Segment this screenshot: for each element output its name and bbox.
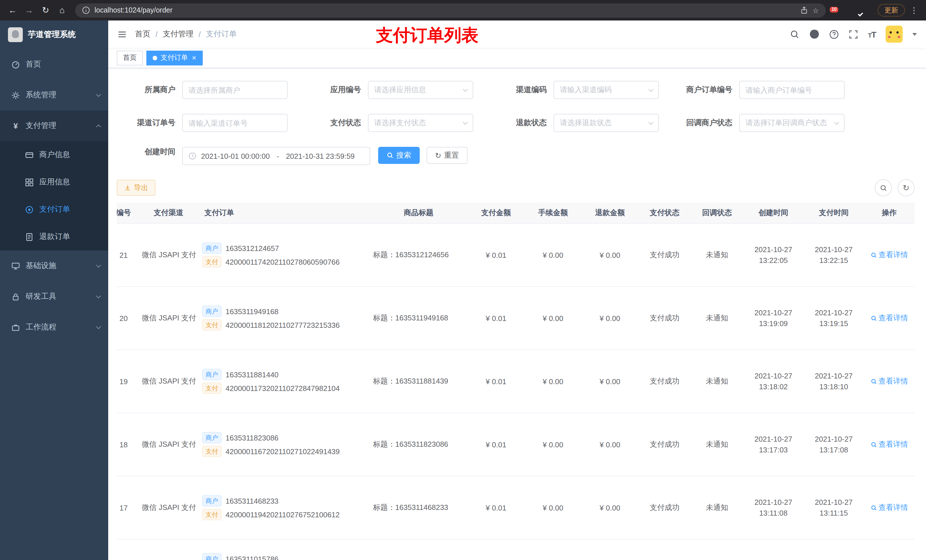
- view-detail-link[interactable]: 查看详情: [870, 250, 908, 260]
- sidebar-item-home[interactable]: 首页: [0, 49, 108, 80]
- forward-icon[interactable]: →: [22, 3, 36, 17]
- view-detail-link[interactable]: 查看详情: [870, 313, 908, 323]
- date-start: 2021-10-01 00:00:00: [201, 152, 270, 160]
- chevron-up-icon: [96, 125, 101, 130]
- back-icon[interactable]: ←: [6, 3, 20, 17]
- chevron-down-icon: [96, 92, 101, 97]
- sidebar-item-app-info[interactable]: 应用信息: [0, 169, 108, 196]
- sidebar-item-devtools[interactable]: 研发工具: [0, 281, 108, 312]
- user-avatar[interactable]: [885, 26, 903, 43]
- filter-refund-status: 退款状态 请选择退款状态: [488, 114, 674, 132]
- sidebar-menu: 首页 系统管理 ¥ 支付管理 商户信息: [0, 49, 108, 343]
- cell-channel: 微信 JSAPI 支付: [138, 250, 199, 260]
- cell-channel: 微信 JSAPI 支付: [138, 376, 199, 386]
- bookmark-star-icon[interactable]: ☆: [813, 6, 819, 15]
- search-icon[interactable]: [790, 29, 800, 39]
- help-icon[interactable]: [829, 29, 839, 39]
- chevron-down-icon: [96, 263, 101, 267]
- view-detail-link[interactable]: 查看详情: [870, 503, 908, 513]
- refund-status-select[interactable]: 请选择退款状态: [554, 114, 659, 132]
- col-pay-amount: 支付金额: [468, 208, 525, 218]
- cell-id: 17: [117, 503, 138, 512]
- sidebar-item-refund-order[interactable]: 退款订单: [0, 223, 108, 251]
- search-button[interactable]: 搜索: [378, 147, 420, 164]
- cell-pay-amount: ¥ 0.01: [468, 503, 525, 512]
- share-icon[interactable]: [800, 6, 808, 14]
- sidebar-item-infrastructure[interactable]: 基础设施: [0, 251, 108, 281]
- filter-pay-status: 支付状态 请选择支付状态: [303, 114, 488, 132]
- filter-app-no: 应用编号 请选择应用信息: [303, 81, 488, 99]
- browser-menu-icon[interactable]: ⋮: [908, 6, 920, 15]
- cell-refund-amount: ¥ 0.00: [581, 377, 639, 386]
- cell-pay-status: 支付成功: [639, 439, 691, 450]
- date-end: 2021-10-31 23:59:59: [286, 152, 354, 160]
- cell-pay-status: 支付成功: [639, 376, 691, 386]
- view-detail-link[interactable]: 查看详情: [870, 376, 908, 386]
- toggle-search-button[interactable]: [875, 179, 892, 196]
- merchant-no: 1635311468233: [225, 495, 278, 506]
- refresh-table-button[interactable]: ↻: [897, 179, 915, 196]
- github-icon[interactable]: [809, 29, 820, 39]
- date-range-input[interactable]: 2021-10-01 00:00:00 - 2021-10-31 23:59:5…: [182, 147, 370, 165]
- merchant-tag: 商户: [202, 432, 221, 443]
- app-select[interactable]: 请选择应用信息: [368, 81, 473, 99]
- app-logo[interactable]: 芋道管理系统: [0, 21, 108, 49]
- filter-label: 创建时间: [117, 147, 182, 165]
- export-button[interactable]: 导出: [117, 180, 156, 196]
- breadcrumb-home[interactable]: 首页: [135, 29, 150, 39]
- site-info-icon[interactable]: [82, 6, 90, 14]
- sidebar-item-merchant-info[interactable]: 商户信息: [0, 141, 108, 169]
- chevron-down-icon: [96, 324, 101, 329]
- browser-update-button[interactable]: 更新: [878, 4, 905, 17]
- address-bar[interactable]: localhost:1024/pay/order ☆: [75, 3, 826, 17]
- filter-row-3: 创建时间 2021-10-01 00:00:00 - 2021-10-31 23…: [117, 147, 915, 165]
- page-content: 所属商户 应用编号 请选择应用信息 渠道编码 请输入渠道编码: [108, 68, 926, 560]
- sidebar-item-label: 应用信息: [39, 177, 70, 187]
- tab-pay-order[interactable]: 支付订单 ×: [146, 50, 203, 65]
- user-menu-caret-icon[interactable]: [912, 33, 917, 36]
- cell-title: 标题：1635312124656: [369, 250, 468, 260]
- merchant-order-no-input[interactable]: [739, 81, 844, 99]
- pay-status-select[interactable]: 请选择支付状态: [368, 114, 473, 132]
- channel-order-no-input[interactable]: [182, 114, 287, 132]
- browser-chrome: ← → ↻ ⌂ localhost:1024/pay/order ☆ 10: [0, 0, 926, 21]
- col-pay-time: 支付时间: [803, 208, 864, 218]
- breadcrumb-pay-manage[interactable]: 支付管理: [163, 29, 194, 39]
- col-actions: 操作: [864, 208, 915, 218]
- font-size-icon[interactable]: TT: [868, 29, 876, 39]
- sidebar-item-system[interactable]: 系统管理: [0, 80, 108, 110]
- fullscreen-icon[interactable]: [849, 29, 858, 39]
- cell-id: 21: [117, 251, 138, 259]
- sidebar-toggle-icon[interactable]: [117, 29, 127, 39]
- sidebar: 芋道管理系统 首页 系统管理 ¥ 支付管理: [0, 21, 108, 560]
- cell-id: 19: [117, 377, 138, 386]
- tab-home[interactable]: 首页: [117, 50, 143, 65]
- home-icon[interactable]: ⌂: [55, 3, 69, 17]
- table-row: 17 微信 JSAPI 支付 商户1635311468233 支付4200001…: [117, 476, 915, 539]
- sidebar-item-payment[interactable]: ¥ 支付管理: [0, 110, 108, 141]
- search-icon: [870, 504, 877, 511]
- filter-label: 应用编号: [303, 85, 368, 95]
- orders-table: 编号 支付渠道 支付订单 商品标题 支付金额 手续金额 退款金额 支付状态 回调…: [117, 202, 915, 560]
- view-detail-link[interactable]: 查看详情: [870, 439, 908, 450]
- sidebar-item-pay-order[interactable]: 支付订单: [0, 196, 108, 223]
- tab-close-icon[interactable]: ×: [192, 54, 196, 62]
- search-icon: [870, 252, 877, 258]
- filter-label: 渠道编码: [488, 85, 554, 95]
- reset-button[interactable]: ↻ 重置: [427, 147, 468, 164]
- cell-pay-order: 商户1635312124657 支付4200001174202110278060…: [199, 240, 369, 270]
- col-create-time: 创建时间: [743, 208, 803, 218]
- reload-icon[interactable]: ↻: [39, 3, 52, 17]
- target-icon: [25, 205, 33, 214]
- col-pay-status: 支付状态: [639, 208, 691, 218]
- cell-notify-status: 未通知: [691, 250, 743, 260]
- cell-pay-order: 商户1635311015786: [199, 539, 369, 560]
- callback-status-select[interactable]: 请选择订单回调商户状态: [739, 114, 844, 132]
- sidebar-item-label: 退款订单: [39, 232, 70, 242]
- merchant-input[interactable]: [182, 81, 287, 99]
- channel-code-select[interactable]: 请输入渠道编码: [554, 81, 659, 99]
- main-area: 首页 / 支付管理 / 支付订单: [108, 21, 926, 560]
- cell-pay-order: 商户1635311823086 支付4200001167202110271022…: [199, 430, 369, 459]
- sidebar-item-workflow[interactable]: 工作流程: [0, 312, 108, 343]
- cell-pay-status: 支付成功: [639, 313, 691, 323]
